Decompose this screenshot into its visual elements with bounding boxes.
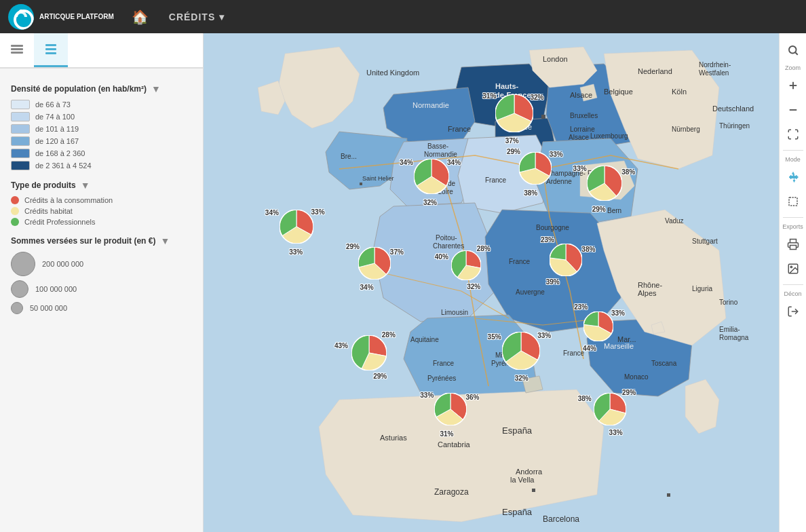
pie-chart-centre[interactable]: 28%32%40% xyxy=(451,250,481,282)
svg-text:Mar...: Mar... xyxy=(617,335,636,343)
svg-rect-12 xyxy=(667,493,670,497)
svg-text:Alsace: Alsace xyxy=(570,91,592,99)
svg-text:Stuttgart: Stuttgart xyxy=(692,238,718,245)
svg-text:France: France xyxy=(433,360,455,367)
pie-chart-midi-pyrenees[interactable]: 36%31%33% xyxy=(434,393,467,428)
image-export-button[interactable] xyxy=(782,257,805,280)
svg-text:Toscana: Toscana xyxy=(651,360,677,367)
svg-point-93 xyxy=(789,46,797,54)
svg-text:Bre...: Bre... xyxy=(341,153,357,160)
svg-text:Normandie: Normandie xyxy=(412,101,449,109)
svg-text:Poitou-: Poitou- xyxy=(436,234,457,242)
amount-legend-item: 50 000 000 xyxy=(11,302,192,314)
svg-text:France: France xyxy=(563,349,585,357)
svg-text:Zaragoza: Zaragoza xyxy=(434,487,469,497)
move-tool-button[interactable] xyxy=(782,166,805,189)
fullscreen-button[interactable] xyxy=(782,123,805,146)
zoom-in-button[interactable] xyxy=(782,74,805,97)
pie-chart-rhone-alpes[interactable]: 33%44%23% xyxy=(583,311,613,343)
mode-label: Mode xyxy=(785,156,801,163)
exports-label: Exports xyxy=(782,223,803,230)
density-legend-item: de 168 à 2 360 xyxy=(11,149,192,158)
svg-text:Nordrhein-: Nordrhein- xyxy=(699,61,731,69)
svg-text:Romagna: Romagna xyxy=(719,334,749,341)
search-button[interactable] xyxy=(782,39,805,62)
product-title: Type de produits ▼ xyxy=(11,180,192,191)
svg-rect-98 xyxy=(789,197,797,206)
svg-point-2 xyxy=(19,10,23,14)
pie-chart-bourgogne[interactable]: 38%39%23% xyxy=(550,244,582,278)
density-legend-item: de 2 361 à 4 524 xyxy=(11,161,192,170)
amounts-filter-icon[interactable]: ▼ xyxy=(159,235,170,246)
density-legend-item: de 66 à 73 xyxy=(11,100,192,109)
print-button[interactable] xyxy=(782,233,805,256)
svg-rect-3 xyxy=(11,45,23,47)
sidebar-tabs xyxy=(0,33,203,69)
pie-chart-normandie[interactable]: 34%32%34% xyxy=(414,159,449,196)
divider-1 xyxy=(783,150,803,151)
product-legend-item: Crédit Professionnels xyxy=(11,218,192,226)
zoom-out-button[interactable] xyxy=(782,98,805,121)
svg-point-0 xyxy=(9,5,33,29)
density-title-text: Densité de population (en hab/km²) xyxy=(11,84,147,94)
product-legend-item: Crédits à la consommation xyxy=(11,196,192,204)
svg-text:United Kingdom: United Kingdom xyxy=(366,69,419,77)
nav-dropdown-icon: ▾ xyxy=(219,12,225,22)
sidebar: Densité de population (en hab/km²) ▼ de … xyxy=(0,33,204,532)
svg-text:Barcelona: Barcelona xyxy=(543,514,579,524)
svg-text:Limousin: Limousin xyxy=(441,309,468,316)
svg-rect-99 xyxy=(790,246,796,250)
pie-chart-ile-de-france[interactable]: 33%38%29% xyxy=(519,152,552,187)
product-legend-item: Crédits habitat xyxy=(11,207,192,215)
pie-chart-pays-de-la-loire[interactable]: 37%34%29% xyxy=(358,247,391,282)
svg-text:Bruxelles: Bruxelles xyxy=(570,112,598,119)
svg-text:France: France xyxy=(509,258,531,265)
svg-point-101 xyxy=(790,266,792,267)
svg-text:Nederland: Nederland xyxy=(638,67,672,75)
logout-button[interactable] xyxy=(782,300,805,323)
logo-area: ARTICQUE PLATFORM xyxy=(0,4,122,30)
density-legend: de 66 à 73de 74 à 100de 101 à 119de 120 … xyxy=(11,100,192,170)
logo-text: ARTICQUE PLATFORM xyxy=(39,12,114,21)
svg-text:Saint Helier: Saint Helier xyxy=(362,175,394,182)
svg-point-1 xyxy=(18,14,24,20)
svg-rect-4 xyxy=(11,48,23,50)
sidebar-tab-list[interactable] xyxy=(34,33,68,67)
svg-text:Luxembourg: Luxembourg xyxy=(590,132,628,140)
svg-rect-8 xyxy=(45,52,56,54)
svg-rect-75 xyxy=(532,489,535,492)
pie-chart-bretagne[interactable]: 33%33%34% xyxy=(280,210,313,246)
svg-rect-77 xyxy=(360,183,362,185)
decon-label: Décon xyxy=(784,290,801,297)
svg-text:Liguria: Liguria xyxy=(692,285,712,292)
zoom-label: Zoom xyxy=(785,64,801,71)
home-button[interactable]: 🏠 xyxy=(122,9,158,25)
svg-rect-6 xyxy=(45,44,56,46)
svg-text:London: London xyxy=(543,55,568,63)
svg-text:Normandie: Normandie xyxy=(424,151,457,158)
pie-chart-hauts-de-france[interactable]: 32%37%31% xyxy=(495,94,533,134)
density-legend-item: de 120 à 167 xyxy=(11,136,192,146)
amount-legend-item: 200 000 000 xyxy=(11,252,192,276)
sidebar-tab-layers[interactable] xyxy=(0,33,34,67)
svg-text:Bern: Bern xyxy=(607,207,621,214)
density-legend-item: de 74 à 100 xyxy=(11,112,192,121)
svg-rect-10 xyxy=(541,115,545,119)
divider-2 xyxy=(783,217,803,218)
svg-text:Vaduz: Vaduz xyxy=(665,217,684,225)
pie-chart-marseille[interactable]: 29%33%38% xyxy=(594,393,626,428)
nav-credits[interactable]: CRÉDITS ▾ xyxy=(158,12,235,22)
product-filter-icon[interactable]: ▼ xyxy=(80,180,91,191)
density-filter-icon[interactable]: ▼ xyxy=(151,83,161,94)
svg-text:España: España xyxy=(502,425,533,436)
pie-chart-nouvelle-aquitaine[interactable]: 28%29%43% xyxy=(351,335,387,373)
pie-chart-grand-est[interactable]: 38%29%33% xyxy=(587,166,622,203)
map-area[interactable]: United Kingdom London Nederland Nordrhei… xyxy=(204,33,806,532)
pie-chart-auvergne[interactable]: 33%32%35% xyxy=(502,332,540,372)
svg-text:Asturias: Asturias xyxy=(380,434,407,442)
select-tool-button[interactable] xyxy=(782,190,805,213)
svg-text:Auvergne: Auvergne xyxy=(516,288,545,296)
amounts-title-text: Sommes versées sur le produit (en €) xyxy=(11,236,155,246)
svg-text:Köln: Köln xyxy=(672,88,687,96)
amounts-title: Sommes versées sur le produit (en €) ▼ xyxy=(11,235,192,246)
